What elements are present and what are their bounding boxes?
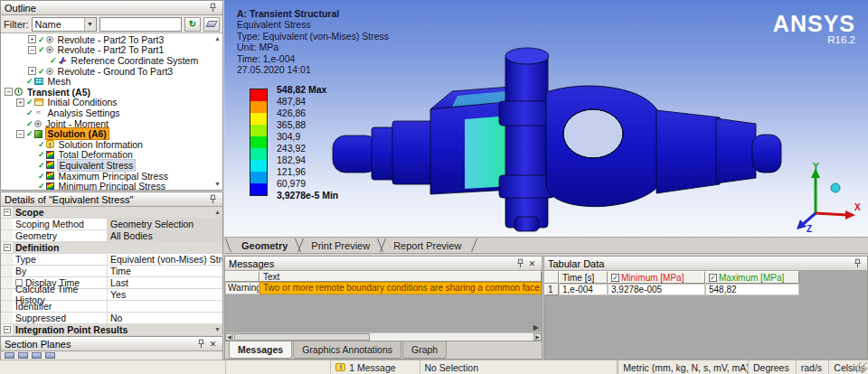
clear-filter-button[interactable]	[203, 17, 220, 32]
legend-label: 426,86	[277, 108, 376, 118]
filter-input[interactable]	[99, 17, 183, 32]
expander-icon[interactable]: +	[16, 98, 24, 107]
tabular-cell[interactable]: 548,82	[705, 284, 799, 295]
status-empty-segment	[226, 360, 331, 374]
details-row[interactable]: SuppressedNo	[1, 313, 222, 324]
messages-hscrollbar[interactable]: ◀ ▶	[225, 332, 542, 341]
tree-item-transient-a5[interactable]: −Transient (A5)	[1, 87, 222, 98]
details-row[interactable]: −Integration Point Results	[1, 324, 222, 335]
scrollbar-thumb[interactable]	[234, 333, 370, 341]
tree-item-joint-moment[interactable]: ✓Joint - Moment	[1, 118, 222, 129]
delete-section-plane-icon[interactable]	[32, 352, 42, 359]
details-value[interactable]	[108, 301, 222, 312]
details-row[interactable]: Scoping MethodGeometry Selection	[1, 219, 222, 230]
scroll-up-icon[interactable]: ▲	[214, 35, 221, 42]
details-value[interactable]: Yes	[108, 289, 222, 300]
filter-mode-select[interactable]: Name ▼	[32, 17, 97, 32]
details-row[interactable]: Identifier	[1, 301, 222, 313]
scroll-right-icon[interactable]: ▶	[533, 323, 539, 332]
tree-item-initial-conditions[interactable]: +✓Initial Conditions	[1, 98, 222, 108]
close-icon[interactable]: ✕	[526, 258, 538, 269]
details-value[interactable]: Geometry Selection	[108, 219, 222, 229]
expander-icon[interactable]: +	[28, 67, 36, 75]
tree-item-reference-coordinate-system[interactable]: ✓Reference Coordinate System	[1, 55, 222, 66]
tab-graphics-annotations[interactable]: Graphics Annotations	[293, 341, 401, 359]
status-angular-velocity-unit[interactable]: rad/s	[797, 360, 830, 374]
details-value[interactable]: Equivalent (von-Mises) Stress	[108, 254, 222, 265]
scroll-up-icon[interactable]: ▲	[214, 209, 221, 216]
tabular-col-header[interactable]: ✓Maximum [MPa]	[705, 271, 799, 284]
pin-icon[interactable]	[207, 194, 219, 205]
details-label-text: Scope	[15, 207, 44, 218]
status-units[interactable]: Metric (mm, kg, N, s, mV, mA)	[618, 360, 749, 374]
tabular-row[interactable]: 11,e-0043,9278e-005548,82	[544, 284, 867, 295]
details-row-gutter: −	[1, 324, 13, 335]
legend-label: 182,94	[277, 154, 376, 165]
tree-item-analysis-settings[interactable]: ✓Analysis Settings	[1, 108, 222, 118]
scroll-down-icon[interactable]: ▼	[214, 181, 221, 188]
tree-item-mesh[interactable]: ✓Mesh	[1, 76, 222, 87]
scroll-left-icon[interactable]: ◀	[225, 333, 233, 341]
status-angle-unit[interactable]: Degrees	[749, 360, 797, 374]
scroll-down-icon[interactable]: ▼	[214, 326, 221, 333]
pin-icon[interactable]	[514, 258, 526, 269]
expander-icon[interactable]: −	[16, 130, 24, 138]
view-tab-report-preview[interactable]: Report Preview	[382, 238, 473, 253]
details-row[interactable]: Calculate Time HistoryYes	[1, 289, 222, 301]
details-row[interactable]: GeometryAll Bodies	[1, 230, 222, 242]
collapse-icon[interactable]: −	[4, 209, 11, 216]
tree-item-equivalent-stress[interactable]: ✓Equivalent Stress	[1, 160, 222, 171]
new-section-plane-icon[interactable]	[5, 352, 14, 359]
details-value[interactable]: Last	[108, 277, 222, 288]
view-tab-print-preview[interactable]: Print Preview	[299, 238, 382, 253]
collapse-icon[interactable]: −	[4, 244, 11, 251]
resize-grip[interactable]	[856, 362, 867, 373]
tree-item-solution-a6[interactable]: −✓Solution (A6)	[1, 128, 222, 139]
view-tab-geometry[interactable]: Geometry	[230, 238, 299, 253]
details-value[interactable]: All Bodies	[108, 230, 222, 241]
tree-item-maximum-principal-stress[interactable]: ✓Maximum Principal Stress	[1, 171, 222, 182]
orientation-triad[interactable]: Y X Z	[785, 161, 861, 233]
details-row-gutter	[1, 254, 13, 265]
tab-graph[interactable]: Graph	[402, 341, 447, 359]
details-row[interactable]: TypeEquivalent (von-Mises) Stress	[1, 254, 222, 266]
pin-icon[interactable]	[195, 339, 207, 350]
scroll-right-icon[interactable]: ▶	[533, 333, 542, 341]
details-row[interactable]: −Definition	[1, 242, 222, 254]
checkbox-icon[interactable]: ✓	[709, 274, 717, 282]
expander-icon[interactable]: −	[28, 46, 36, 54]
tabular-cell[interactable]: 3,9278e-005	[608, 284, 705, 295]
details-row[interactable]: ByTime	[1, 266, 222, 277]
legend-label: 243,92	[277, 143, 376, 154]
message-count-label: 1 Message	[349, 362, 395, 373]
expander-icon[interactable]: +	[28, 35, 36, 43]
tree-item-revolute-ground-to-part3[interactable]: +✓Revolute - Ground To Part3	[1, 66, 222, 77]
checkbox-icon[interactable]: ✓	[611, 274, 619, 282]
edit-section-plane-icon[interactable]	[18, 352, 28, 359]
tree-item-revolute-part2-to-part1[interactable]: −✓Revolute - Part2 To Part1	[1, 45, 222, 56]
details-value[interactable]: Time	[108, 266, 222, 276]
legend-label: 487,84	[277, 96, 376, 107]
collapse-icon[interactable]: −	[4, 326, 11, 333]
details-value[interactable]: No	[108, 313, 222, 323]
graphics-viewport[interactable]: A: Transient Structural Equivalent Stres…	[224, 0, 868, 237]
tabular-col-header[interactable]: ✓Minimum [MPa]	[608, 271, 705, 284]
pin-icon[interactable]	[207, 3, 219, 14]
tree-item-minimum-principal-stress[interactable]: ✓Minimum Principal Stress	[1, 181, 222, 190]
show-whole-elements-icon[interactable]	[45, 352, 55, 359]
details-label: Scoping Method	[13, 219, 108, 229]
tabular-cell[interactable]: 1,e-004	[559, 284, 608, 295]
status-message-count[interactable]: ! 1 Message	[331, 360, 420, 374]
expander-icon[interactable]: −	[5, 88, 13, 96]
tree-item-revolute-part2-to-part3[interactable]: +✓Revolute - Part2 To Part3	[1, 34, 222, 45]
chevron-down-icon[interactable]: ▼	[84, 18, 96, 31]
tab-messages[interactable]: Messages	[229, 341, 292, 359]
details-row[interactable]: −Scope	[1, 207, 222, 219]
close-icon[interactable]: ✕	[207, 339, 219, 350]
pin-icon[interactable]	[852, 258, 863, 269]
refresh-tree-button[interactable]: ↻	[184, 17, 201, 32]
tree-item-solution-information[interactable]: ✓Solution Information	[1, 139, 222, 150]
tabular-cell[interactable]: 1	[544, 284, 559, 295]
ansys-logo: ANSYS R16.2	[773, 13, 855, 45]
message-row[interactable]: Warning Two or more remote boundary cond…	[225, 282, 542, 295]
